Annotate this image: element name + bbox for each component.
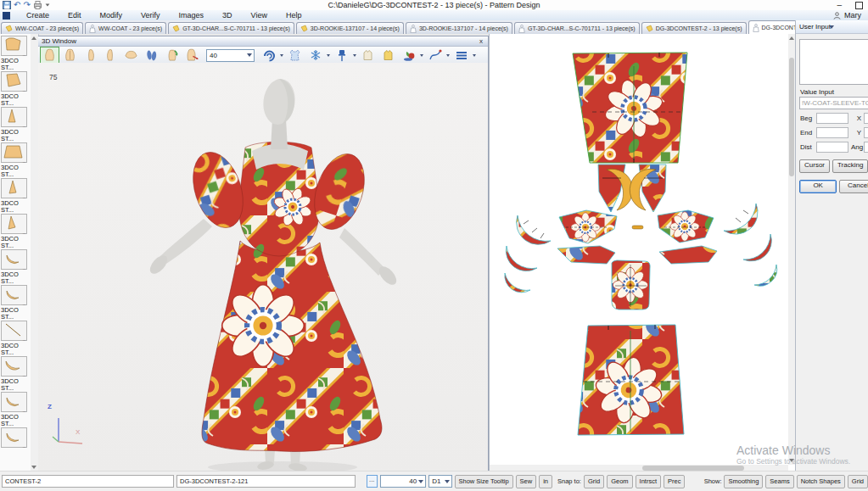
save-icon[interactable] xyxy=(3,1,11,9)
transparency-tool[interactable] xyxy=(285,47,305,64)
show-grid-button[interactable]: Grid xyxy=(848,475,868,488)
menu-verify[interactable]: Verify xyxy=(132,11,170,20)
chevron-down-icon[interactable] xyxy=(353,54,356,57)
qat-dropdown-icon[interactable] xyxy=(45,3,49,6)
dist-field[interactable] xyxy=(816,142,848,153)
pattern-piece-bodice-left[interactable] xyxy=(559,210,617,243)
menu-tool[interactable] xyxy=(451,47,471,64)
units-button[interactable]: in xyxy=(539,475,552,488)
menu-edit[interactable]: Edit xyxy=(59,11,91,20)
vest-light-tool[interactable] xyxy=(358,47,378,64)
3d-zoom-combo[interactable]: 40 xyxy=(206,49,255,62)
pattern-piece-sash-left[interactable] xyxy=(557,246,615,264)
status-zoom-combo[interactable]: 40 xyxy=(380,475,427,488)
measure-curve-tool[interactable] xyxy=(425,47,445,64)
snap-intrsct-button[interactable]: Intrsct xyxy=(636,475,661,488)
user-input-listbox[interactable] xyxy=(799,39,868,85)
tab-3d-rookie-3d[interactable]: 3D-ROOKIE-137107 - 14 piece(s) xyxy=(406,22,512,34)
list-item[interactable]: 3DCOST...... xyxy=(1,165,31,200)
list-item[interactable]: 3DCOST...... xyxy=(1,378,31,414)
pattern-piece-collar-left-3[interactable] xyxy=(505,273,530,293)
app-icon[interactable] xyxy=(3,12,10,20)
tab-dg-3dcontest-2d[interactable]: DG-3DCONTEST-2 - 13 piece(s) xyxy=(641,22,747,34)
vest-yellow-tool[interactable] xyxy=(378,47,398,64)
print-icon[interactable] xyxy=(33,1,42,9)
style-name-field[interactable] xyxy=(176,475,356,488)
maximize-button[interactable] xyxy=(855,2,863,9)
show-size-tooltip-button[interactable]: Show Size Tooltip xyxy=(455,475,513,488)
tab-3d-rookie-2d[interactable]: 3D-ROOKIE-137107 - 14 piece(s) xyxy=(296,22,404,34)
pattern-pieces-canvas[interactable] xyxy=(490,34,790,465)
tab-gt-3d-char-2d[interactable]: GT-3D-CHAR...S-C-701711 - 13 piece(s) xyxy=(168,22,294,34)
list-item[interactable]: ... xyxy=(1,34,31,58)
2d-pattern-window[interactable] xyxy=(489,34,795,471)
snap-geom-button[interactable]: Geom xyxy=(607,475,632,488)
user-account[interactable]: Mary xyxy=(833,11,861,20)
sew-button[interactable]: Sew xyxy=(516,475,537,488)
drape-model-tool[interactable] xyxy=(182,47,202,64)
view-right-tool[interactable] xyxy=(101,47,120,64)
more-button[interactable]: ... xyxy=(367,475,378,488)
pattern-piece-collar-right-2[interactable] xyxy=(743,234,771,261)
tracking-button[interactable]: Tracking xyxy=(832,159,868,173)
chevron-down-icon[interactable] xyxy=(327,54,330,57)
redo-icon[interactable]: ↷ xyxy=(23,1,30,9)
pattern-piece-sash-right[interactable] xyxy=(659,246,717,264)
ang-field[interactable] xyxy=(864,142,868,153)
scroll-down-icon[interactable] xyxy=(789,459,794,462)
list-item[interactable]: 3DCOST...... xyxy=(1,271,31,307)
show-notch-shapes-button[interactable]: Notch Shapes xyxy=(797,475,845,488)
tab-gt-3d-char-3d[interactable]: GT-3D-CHAR...S-C-701711 - 13 piece(s) xyxy=(514,22,640,34)
scroll-down-icon[interactable] xyxy=(31,466,36,469)
sidebar-scrollbar[interactable] xyxy=(31,34,38,471)
tab-dg-3dcontest-3d-active[interactable]: DG-3DCONTEST-2 - 13 piece(s) × xyxy=(748,20,795,34)
chevron-down-icon[interactable] xyxy=(446,54,450,57)
pattern-piece-collar-left-1[interactable] xyxy=(517,215,551,244)
list-item[interactable]: 3DCOST...... xyxy=(1,93,31,129)
snap-grid-button[interactable]: Grid xyxy=(584,475,604,488)
list-item[interactable]: 3DCOST...... xyxy=(1,200,31,236)
rotate-model-tool[interactable] xyxy=(162,47,182,64)
tab-ww-coat-3d[interactable]: WW-COAT - 23 piece(s) xyxy=(85,22,166,34)
minimize-button[interactable]: – xyxy=(837,1,842,9)
pattern-piece-skirt-top[interactable] xyxy=(573,53,687,163)
view-feet-tool[interactable] xyxy=(142,47,161,64)
pattern-piece-cuff-right[interactable] xyxy=(630,165,666,212)
3d-viewport[interactable]: 75 xyxy=(38,63,488,471)
2d-vertical-scrollbar[interactable] xyxy=(788,34,795,465)
list-item[interactable]: 3DCOST...... xyxy=(1,343,31,378)
undo-icon[interactable]: ↶ xyxy=(14,1,20,9)
chevron-down-icon[interactable] xyxy=(473,54,476,57)
pattern-piece-pocket[interactable] xyxy=(612,260,650,310)
cancel-button[interactable]: Cancel xyxy=(839,180,868,193)
scroll-up-icon[interactable] xyxy=(31,36,36,40)
pattern-piece-loop[interactable] xyxy=(632,226,643,229)
tab-ww-coat-2d[interactable]: WW-COAT - 23 piece(s) xyxy=(1,22,83,34)
list-item[interactable]: 3DCOST...... xyxy=(1,236,31,271)
view-back-tool[interactable] xyxy=(60,47,80,64)
snap-prec-button[interactable]: Prec xyxy=(664,475,685,488)
list-item[interactable]: 3DCOST...... xyxy=(1,307,31,343)
list-item[interactable]: 3DCOST...... xyxy=(1,414,31,449)
pattern-piece-collar-left-2[interactable] xyxy=(506,246,537,271)
show-seams-button[interactable]: Seams xyxy=(765,475,793,488)
pin-tool[interactable] xyxy=(332,47,351,64)
render-shapes-tool[interactable] xyxy=(399,47,418,64)
pattern-piece-skirt-bottom[interactable] xyxy=(578,325,684,435)
piece-name-field[interactable] xyxy=(2,475,174,488)
d1-combo[interactable]: D1 xyxy=(428,475,451,488)
menu-view[interactable]: View xyxy=(242,11,277,20)
scroll-up-icon[interactable] xyxy=(789,36,794,40)
end-field[interactable] xyxy=(816,127,848,138)
menu-create[interactable]: Create xyxy=(17,11,59,20)
view-bust-tool[interactable] xyxy=(121,47,141,64)
chevron-down-icon[interactable] xyxy=(420,54,423,57)
list-item[interactable]: 3DCOST...... xyxy=(1,58,31,93)
x-field[interactable] xyxy=(864,113,868,124)
menu-help[interactable]: Help xyxy=(277,11,311,20)
pattern-piece-collar-right-3[interactable] xyxy=(754,265,777,286)
value-input-field[interactable]: !W-COAT-SLEEVE-TOP-MID xyxy=(799,97,868,109)
pattern-piece-collar-right-1[interactable] xyxy=(724,204,758,234)
ok-button[interactable]: OK xyxy=(799,180,837,193)
y-field[interactable] xyxy=(864,127,868,138)
